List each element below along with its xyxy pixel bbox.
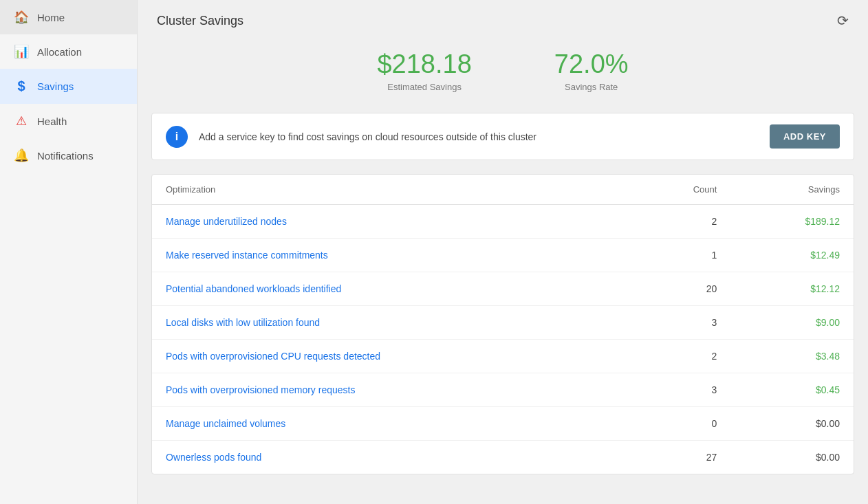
savings-cell-7: $0.00 [730,441,854,474]
savings-rate-value: 72.0% [554,50,629,79]
col-count: Count [629,175,730,205]
count-cell-2: 20 [629,272,730,306]
notifications-icon: 🔔 [14,148,29,163]
table-row: Ownerless pods found27$0.00 [152,441,854,474]
info-banner-text: Add a service key to find cost savings o… [199,131,759,142]
optimization-link-2[interactable]: Potential abandoned workloads identified [152,272,629,306]
sidebar-item-home[interactable]: 🏠 Home [0,0,137,34]
count-cell-4: 2 [629,340,730,373]
table-header-row: Optimization Count Savings [152,175,854,205]
table-row: Make reserved instance commitments1$12.4… [152,239,854,272]
savings-cell-3: $9.00 [730,306,854,340]
col-optimization: Optimization [152,175,629,205]
savings-cell-6: $0.00 [730,407,854,441]
content-area: i Add a service key to find cost savings… [138,113,868,504]
table-row: Pods with overprovisioned memory request… [152,373,854,407]
optimization-link-6[interactable]: Manage unclaimed volumes [152,407,629,441]
optimization-link-5[interactable]: Pods with overprovisioned memory request… [152,373,629,407]
count-cell-0: 2 [629,205,730,239]
main-content: Cluster Savings ⟳ $218.18 Estimated Savi… [138,0,868,504]
table-row: Manage unclaimed volumes0$0.00 [152,407,854,441]
allocation-icon: 📊 [14,44,29,59]
sidebar-item-savings[interactable]: $ Savings [0,69,137,104]
savings-rate-label: Savings Rate [554,82,629,92]
optimization-link-1[interactable]: Make reserved instance commitments [152,239,629,272]
count-cell-1: 1 [629,239,730,272]
sidebar-item-label: Allocation [37,46,82,58]
sidebar-item-allocation[interactable]: 📊 Allocation [0,34,137,69]
info-icon: i [166,126,188,148]
table-row: Local disks with low utilization found3$… [152,306,854,340]
table-row: Potential abandoned workloads identified… [152,272,854,306]
optimization-link-7[interactable]: Ownerless pods found [152,441,629,474]
savings-cell-2: $12.12 [730,272,854,306]
sidebar-item-notifications[interactable]: 🔔 Notifications [0,138,137,173]
sidebar-item-label: Notifications [37,150,94,162]
stats-section: $218.18 Estimated Savings 72.0% Savings … [138,36,868,113]
home-icon: 🏠 [14,10,29,25]
estimated-savings-value: $218.18 [377,50,471,79]
savings-cell-4: $3.48 [730,340,854,373]
optimization-link-3[interactable]: Local disks with low utilization found [152,306,629,340]
sidebar-item-label: Home [37,12,65,23]
sidebar-item-label: Health [37,116,67,127]
estimated-savings-label: Estimated Savings [377,82,471,92]
count-cell-7: 27 [629,441,730,474]
optimizations-table: Optimization Count Savings Manage underu… [151,174,854,474]
table-row: Manage underutilized nodes2$189.12 [152,205,854,239]
savings-cell-1: $12.49 [730,239,854,272]
health-icon: ⚠ [14,113,29,129]
optimization-link-4[interactable]: Pods with overprovisioned CPU requests d… [152,340,629,373]
col-savings: Savings [730,175,854,205]
count-cell-3: 3 [629,306,730,340]
page-header: Cluster Savings ⟳ [138,0,868,36]
estimated-savings-block: $218.18 Estimated Savings [377,50,471,92]
count-cell-5: 3 [629,373,730,407]
sidebar-item-label: Savings [37,80,74,92]
add-key-button[interactable]: ADD KEY [770,124,840,149]
optimization-link-0[interactable]: Manage underutilized nodes [152,205,629,239]
savings-rate-block: 72.0% Savings Rate [554,50,629,92]
count-cell-6: 0 [629,407,730,441]
refresh-icon[interactable]: ⟳ [837,12,849,29]
savings-icon: $ [14,78,29,94]
savings-cell-5: $0.45 [730,373,854,407]
savings-cell-0: $189.12 [730,205,854,239]
sidebar-item-health[interactable]: ⚠ Health [0,104,137,138]
table-row: Pods with overprovisioned CPU requests d… [152,340,854,373]
page-title: Cluster Savings [157,14,243,28]
sidebar: 🏠 Home 📊 Allocation $ Savings ⚠ Health 🔔… [0,0,138,504]
info-banner: i Add a service key to find cost savings… [151,113,854,160]
